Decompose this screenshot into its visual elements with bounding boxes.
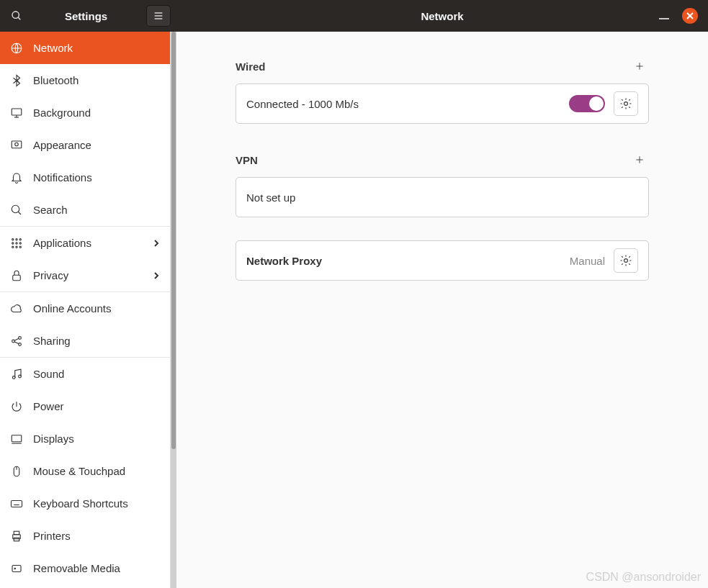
proxy-mode: Manual [570, 255, 605, 267]
svg-rect-44 [14, 538, 19, 541]
svg-point-23 [19, 246, 21, 248]
search-icon [10, 204, 23, 217]
sidebar-item-power[interactable]: Power [0, 390, 170, 422]
svg-point-15 [12, 238, 14, 240]
svg-line-28 [14, 338, 19, 340]
power-icon [10, 400, 23, 413]
sidebar-item-label: Keyboard Shortcuts [33, 497, 128, 510]
bluetooth-icon [10, 74, 23, 87]
vpn-status: Not set up [246, 191, 295, 204]
sidebar-item-label: Privacy [33, 269, 68, 281]
sidebar-item-online-accounts[interactable]: Online Accounts [0, 292, 170, 325]
keyboard-icon [10, 497, 23, 510]
sidebar-item-search[interactable]: Search [0, 194, 170, 226]
share-icon [10, 335, 23, 348]
sidebar-item-label: Displays [33, 433, 74, 445]
svg-point-19 [16, 242, 17, 243]
svg-line-14 [18, 212, 21, 214]
svg-rect-32 [12, 435, 22, 441]
wired-settings-button[interactable] [614, 91, 638, 116]
sidebar-item-label: Mouse & Touchpad [33, 465, 125, 477]
svg-rect-45 [12, 565, 21, 571]
sidebar-item-bluetooth[interactable]: Bluetooth [0, 64, 170, 96]
svg-rect-36 [12, 500, 22, 507]
wired-connection-row: Connected - 1000 Mb/s [236, 84, 648, 123]
sidebar-item-label: Search [33, 204, 68, 216]
sidebar-item-displays[interactable]: Displays [0, 422, 170, 455]
proxy-title: Network Proxy [246, 255, 322, 267]
svg-rect-11 [12, 141, 22, 148]
panel-title: Network [176, 10, 708, 22]
svg-point-26 [19, 336, 22, 339]
sidebar-item-label: Network [33, 42, 73, 54]
app-title: Settings [65, 10, 107, 22]
window-minimize-button[interactable] [659, 18, 669, 19]
titlebar: Settings Network [0, 0, 708, 32]
sidebar-item-label: Applications [33, 237, 91, 249]
lock-icon [10, 269, 23, 282]
wired-status: Connected - 1000 Mb/s [246, 98, 359, 110]
bell-icon [10, 171, 23, 184]
chevron-right-icon [153, 269, 160, 281]
sidebar-item-appearance[interactable]: Appearance [0, 129, 170, 161]
svg-point-16 [16, 238, 17, 240]
sidebar-item-printers[interactable]: Printers [0, 520, 170, 552]
sidebar-item-label: Sharing [33, 335, 71, 347]
vpn-add-button[interactable] [630, 150, 649, 169]
vpn-section-title: VPN [236, 154, 258, 166]
svg-point-49 [624, 102, 628, 106]
desktop-icon [10, 107, 23, 119]
sidebar-item-background[interactable]: Background [0, 96, 170, 129]
sidebar-scrollbar[interactable] [171, 32, 176, 588]
svg-point-30 [12, 376, 15, 379]
svg-point-31 [19, 375, 22, 378]
main-panel: Wired Connected - 1000 Mb/s VPN [176, 32, 708, 588]
svg-point-12 [15, 143, 19, 146]
svg-point-18 [12, 242, 14, 243]
svg-point-20 [19, 242, 21, 243]
sidebar-item-mouse[interactable]: Mouse & Touchpad [0, 455, 170, 487]
mouse-icon [10, 465, 23, 478]
music-icon [10, 368, 23, 381]
proxy-row: Network Proxy Manual [236, 241, 648, 280]
sidebar-item-network[interactable]: Network [0, 32, 170, 64]
svg-point-13 [12, 205, 19, 213]
apps-icon [10, 237, 23, 250]
hamburger-button[interactable] [146, 5, 171, 27]
sidebar-item-notifications[interactable]: Notifications [0, 161, 170, 194]
svg-line-1 [18, 17, 20, 19]
proxy-settings-button[interactable] [614, 248, 638, 273]
display-icon [10, 139, 23, 152]
window-close-button[interactable] [682, 8, 698, 24]
sidebar-item-label: Notifications [33, 171, 92, 184]
sidebar-item-label: Power [33, 400, 64, 412]
svg-line-29 [14, 341, 19, 343]
sidebar-item-label: Appearance [33, 139, 91, 151]
sidebar-item-privacy[interactable]: Privacy [0, 259, 170, 291]
sidebar-item-label: Printers [33, 530, 71, 542]
sidebar-item-label: Removable Media [33, 562, 120, 574]
chevron-right-icon [153, 237, 160, 249]
svg-point-46 [14, 568, 16, 569]
svg-point-0 [12, 12, 19, 18]
search-button[interactable] [4, 5, 29, 27]
globe-icon [10, 42, 23, 55]
sidebar-item-sharing[interactable]: Sharing [0, 325, 170, 357]
svg-rect-24 [13, 275, 21, 281]
sidebar-item-removable[interactable]: Removable Media [0, 552, 170, 584]
svg-point-27 [19, 343, 22, 345]
printer-icon [10, 530, 23, 543]
sidebar-item-keyboard[interactable]: Keyboard Shortcuts [0, 487, 170, 520]
wired-toggle[interactable] [569, 95, 605, 112]
cloud-icon [10, 302, 23, 315]
svg-point-25 [12, 340, 15, 343]
wired-add-button[interactable] [630, 57, 649, 76]
svg-rect-43 [14, 531, 19, 535]
sidebar-item-applications[interactable]: Applications [0, 227, 170, 259]
screen-icon [10, 433, 23, 445]
wired-section-title: Wired [236, 60, 266, 73]
disk-icon [10, 562, 23, 575]
sidebar-item-sound[interactable]: Sound [0, 358, 170, 390]
vpn-row: Not set up [236, 178, 648, 217]
sidebar-item-label: Online Accounts [33, 302, 111, 315]
